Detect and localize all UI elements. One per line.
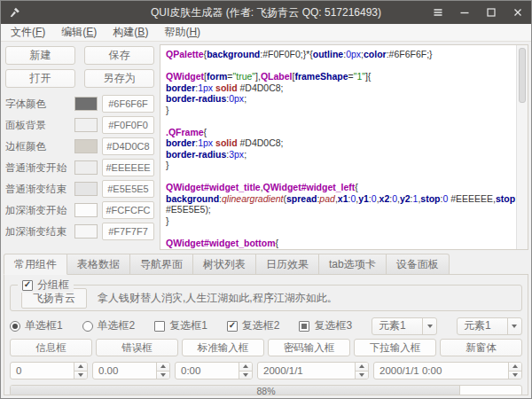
spinner-row: 00.000:002000/1/12000/1/1 0:00: [10, 362, 522, 379]
combo-dropdown-zone: [507, 318, 521, 334]
int-spinbox[interactable]: 0: [10, 362, 88, 379]
panel-background-swatch[interactable]: [74, 118, 98, 132]
border-color-swatch[interactable]: [74, 139, 98, 153]
tab-common-widgets[interactable]: 常用组件: [4, 254, 67, 275]
deep-gradient-end-value[interactable]: #F7F7F7: [102, 223, 154, 240]
deep-gradient-end-row: 加深渐变结束#F7F7F7: [5, 223, 154, 240]
save-button[interactable]: 保存: [84, 46, 154, 65]
code-line: QWidget#widget_title,QWidget#widget_left…: [166, 182, 513, 193]
window-controls: [432, 6, 524, 19]
spin-down-icon[interactable]: [239, 371, 252, 379]
spin-up-icon[interactable]: [74, 363, 87, 371]
checkbox-label: 复选框1: [169, 318, 207, 333]
checkbox-icon: [154, 321, 165, 332]
top-section: 新建保存打开另存为 字体颜色#6F6F6F面板背景#F0F0F0边框颜色#D4D…: [4, 44, 528, 250]
tab-tab-widget[interactable]: tab选项卡: [319, 254, 387, 275]
font-color-swatch[interactable]: [74, 97, 98, 111]
checkbox-3[interactable]: 复选框3: [299, 318, 352, 333]
spin-down-icon[interactable]: [74, 371, 87, 379]
border-color-value[interactable]: #D4D0C8: [102, 137, 154, 155]
code-line: }: [166, 105, 513, 116]
spin-up-icon[interactable]: [239, 363, 252, 371]
tab-device-panel[interactable]: 设备面板: [387, 254, 450, 275]
checkbox-1[interactable]: 复选框1: [154, 318, 207, 333]
menu-item-help[interactable]: 帮助(H): [156, 23, 208, 42]
standard-input[interactable]: 标准输入框: [182, 339, 264, 356]
proverb-text: 拿人钱财替人消灾,人生江湖如此,程序江湖亦如此。: [98, 291, 338, 306]
combo-2[interactable]: 元素1: [457, 317, 522, 335]
combo-1[interactable]: 元素1: [372, 317, 437, 335]
qss-code: QPalette{background:#F0F0F0;}*{outline:0…: [166, 49, 513, 248]
menu-icon[interactable]: [432, 6, 444, 19]
menu-item-file[interactable]: 文件(F): [3, 23, 53, 42]
code-line: [166, 60, 513, 72]
minimize-icon[interactable]: [458, 6, 471, 19]
radio-icon: [82, 321, 93, 332]
normal-gradient-start-label: 普通渐变开始: [5, 161, 70, 175]
code-line: .QFrame{: [166, 127, 513, 138]
scrollbar-thumb[interactable]: [519, 48, 526, 103]
panel-background-value[interactable]: #F0F0F0: [102, 116, 154, 134]
tab-nav-ui[interactable]: 导航界面: [130, 254, 193, 275]
date-edit-value: 2000/1/1: [258, 363, 355, 379]
titlebar: QUI皮肤生成器 (作者: 飞扬青云 QQ: 517216493): [1, 1, 531, 24]
error-dialog-button[interactable]: 错误框: [96, 339, 178, 356]
checkbox-checked-icon: ✓: [22, 280, 33, 291]
time-edit[interactable]: 0:00: [175, 362, 253, 379]
normal-gradient-end-swatch[interactable]: [74, 182, 98, 196]
checkbox-2[interactable]: ✓复选框2: [227, 318, 280, 333]
date-edit[interactable]: 2000/1/1: [257, 362, 369, 379]
menu-item-edit[interactable]: 编辑(E): [53, 23, 105, 42]
deep-gradient-end-label: 加深渐变结束: [5, 225, 70, 239]
menubar: 文件(F)编辑(E)构建(B)帮助(H): [1, 24, 531, 42]
checkbox-label: 复选框2: [242, 318, 280, 333]
groupbox-title: 分组框: [37, 278, 69, 293]
info-dialog-button[interactable]: 信息框: [10, 339, 92, 356]
datetime-edit[interactable]: 2000/1/1 0:00: [373, 362, 522, 379]
radio-1[interactable]: 单选框1: [10, 318, 63, 333]
spin-up-icon[interactable]: [356, 363, 368, 371]
spin-down-icon[interactable]: [509, 371, 521, 379]
open-button[interactable]: 打开: [5, 69, 75, 88]
normal-gradient-start-swatch[interactable]: [74, 160, 98, 175]
spin-up-icon[interactable]: [509, 363, 521, 371]
checkbox-icon: [299, 321, 309, 332]
color-settings: 字体颜色#6F6F6F面板背景#F0F0F0边框颜色#D4D0C8普通渐变开始#…: [5, 95, 154, 240]
spin-down-icon[interactable]: [157, 371, 169, 379]
tab-table-data[interactable]: 表格数据: [67, 254, 130, 275]
normal-gradient-start-value[interactable]: #EEEEEE: [102, 159, 154, 176]
dropdown-input[interactable]: 下拉输入框: [354, 339, 436, 356]
font-color-label: 字体颜色: [5, 98, 70, 111]
normal-gradient-end-row: 普通渐变结束#E5E5E5: [5, 180, 154, 198]
editor-scrollbar[interactable]: [516, 45, 528, 249]
save-as-button[interactable]: 另存为: [84, 69, 154, 88]
font-color-value[interactable]: #6F6F6F: [102, 95, 154, 113]
code-line: QWidget[form="true"],QLabel[frameShape="…: [166, 71, 513, 82]
qss-editor[interactable]: QPalette{background:#F0F0F0;}*{outline:0…: [160, 44, 528, 250]
close-icon[interactable]: [512, 6, 524, 19]
normal-gradient-end-value[interactable]: #E5E5E5: [102, 180, 154, 198]
checkbox-label: 复选框3: [314, 318, 352, 333]
new-button[interactable]: 新建: [5, 46, 75, 65]
radio-2[interactable]: 单选框2: [82, 318, 136, 333]
groupbox-title-checkbox[interactable]: ✓ 分组框: [18, 278, 74, 293]
menu-item-build[interactable]: 构建(B): [105, 23, 156, 42]
maximize-icon[interactable]: [485, 6, 497, 19]
deep-gradient-start-swatch[interactable]: [74, 203, 98, 217]
spin-down-icon[interactable]: [356, 371, 368, 379]
deep-gradient-end-swatch[interactable]: [74, 224, 98, 239]
groupbox-content: 飞扬青云 拿人钱财替人消灾,人生江湖如此,程序江湖亦如此。: [11, 286, 521, 310]
spin-up-icon[interactable]: [157, 363, 169, 371]
deep-gradient-start-value[interactable]: #FCFCFC: [102, 201, 154, 219]
tab-tree-list[interactable]: 树状列表: [193, 254, 256, 275]
double-spinbox[interactable]: 0.00: [92, 362, 170, 379]
checkbox-icon: ✓: [227, 321, 238, 332]
tab-calendar[interactable]: 日历效果: [256, 254, 319, 275]
new-window-button[interactable]: 新窗体: [440, 339, 522, 356]
panel-background-row: 面板背景#F0F0F0: [5, 116, 154, 134]
password-input[interactable]: 密码输入框: [268, 339, 350, 356]
progress-label: 88%: [11, 386, 521, 395]
tab-content: ✓ 分组框 飞扬青云 拿人钱财替人消灾,人生江湖如此,程序江湖亦如此。 单选框1…: [4, 274, 528, 395]
code-line: background:qlineargradient(spread:pad,x1…: [166, 193, 513, 205]
code-line: [166, 226, 513, 238]
